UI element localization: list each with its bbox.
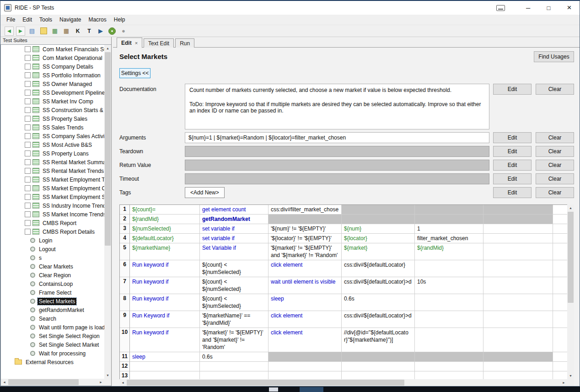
grid-cell[interactable]: get element count (200, 205, 269, 215)
suite-checkbox[interactable] (25, 98, 31, 104)
grid-cell[interactable]: click element (269, 260, 342, 277)
grid-cell[interactable] (342, 205, 415, 215)
tree-item-ss-rental-market-trends[interactable]: SS Rental Market Trends (1, 166, 104, 175)
grid-cell[interactable] (553, 294, 567, 311)
edit-tags-button[interactable]: Edit (493, 187, 532, 198)
clear-return-value-button[interactable]: Clear (536, 160, 574, 171)
touch-keyboard-icon[interactable] (496, 5, 505, 11)
grid-cell[interactable] (483, 311, 553, 328)
keyword-k-icon[interactable]: K (73, 27, 82, 36)
suite-checkbox[interactable] (25, 211, 31, 217)
grid-row-label[interactable]: 13 (120, 371, 130, 379)
tree-item-com-market-financials-su[interactable]: Com Market Financials Su (1, 45, 104, 54)
tab-close-icon[interactable]: × (135, 40, 138, 46)
tree-item-ss-sales-trends[interactable]: SS Sales Trends (1, 123, 104, 132)
tree-item-ss-industry-income-trend[interactable]: SS Industry Income Trend (1, 201, 104, 210)
grid-cell[interactable]: set variable if (200, 234, 269, 243)
scroll-right-arrow[interactable]: ► (560, 379, 567, 386)
grid-cell[interactable] (483, 215, 553, 224)
open-icon[interactable]: ▤ (27, 27, 37, 36)
grid-cell[interactable]: Run keyword if (130, 277, 200, 294)
scroll-left-arrow[interactable]: ◄ (1, 379, 8, 386)
close-button[interactable]: × (559, 1, 580, 15)
grid-cell[interactable]: Run keyword if (130, 328, 200, 352)
grid-add-icon[interactable]: ▦ (62, 27, 71, 36)
grid-cell[interactable] (415, 352, 483, 362)
edit-return-value-button[interactable]: Edit (493, 160, 532, 171)
suite-checkbox[interactable] (25, 142, 31, 148)
clear-documentation-button[interactable]: Clear (536, 84, 574, 95)
grid-cell[interactable] (483, 362, 553, 371)
tree-item-getrandommarket[interactable]: getRandomMarket (1, 306, 104, 314)
grid-cell[interactable]: //div[@id="${defaultLocator}"${marketNam… (342, 328, 415, 352)
clear-timeout-button[interactable]: Clear (536, 173, 574, 184)
tree-item-containsloop[interactable]: ContainsLoop (1, 279, 104, 288)
menu-help[interactable]: Help (110, 16, 129, 24)
tree-item-logout[interactable]: Logout (1, 245, 104, 253)
suite-checkbox[interactable] (25, 107, 31, 113)
grid-cell[interactable]: css:div#filter_market_chose (269, 205, 342, 215)
grid-cell[interactable]: 1 (415, 224, 483, 234)
arguments-value[interactable]: ${num}=1 | ${market}=Random | ${locator}… (185, 132, 489, 143)
grid-cell[interactable] (553, 277, 567, 294)
tree-item-cmbs-report-details[interactable]: CMBS Report Details (1, 227, 104, 236)
testcase-t-icon[interactable]: T (85, 27, 94, 36)
menu-file[interactable]: File (3, 16, 19, 24)
menu-edit[interactable]: Edit (19, 16, 36, 24)
minimize-button[interactable]: ─ (518, 1, 538, 15)
stop-icon[interactable]: ● (119, 27, 128, 36)
tree-item-external-resources[interactable]: External Resources (1, 358, 104, 366)
grid-cell[interactable] (200, 371, 269, 379)
grid-cell[interactable]: wait until element is visible (269, 277, 342, 294)
grid-row-label[interactable]: 1 (120, 205, 130, 215)
grid-cell[interactable] (483, 371, 553, 379)
scroll-right-arrow[interactable]: ► (97, 379, 104, 386)
grid-cell[interactable] (553, 234, 567, 243)
grid-cell[interactable] (553, 371, 567, 379)
grid-row-label[interactable]: 6 (120, 260, 130, 277)
tree-item-clear-markets[interactable]: Clear Markets (1, 262, 104, 271)
clear-teardown-button[interactable]: Clear (536, 146, 574, 157)
suite-checkbox[interactable] (25, 81, 31, 87)
grid-cell[interactable] (553, 224, 567, 234)
suite-checkbox[interactable] (25, 55, 31, 61)
grid-cell[interactable] (483, 243, 553, 260)
tree-item-ss-company-details[interactable]: SS Company Details (1, 62, 104, 71)
tree-item-cmbs-report[interactable]: CMBS Report (1, 219, 104, 227)
grid-cell[interactable] (269, 215, 342, 224)
clear-arguments-button[interactable]: Clear (536, 132, 574, 143)
grid-cell[interactable]: '${num}' != '${EMPTY}' (269, 224, 342, 234)
grid-cell[interactable]: getRandomMarket (200, 215, 269, 224)
maximize-button[interactable]: □ (538, 1, 559, 15)
grid-cell[interactable] (342, 352, 415, 362)
grid-cell[interactable] (415, 328, 483, 352)
edit-timeout-button[interactable]: Edit (493, 173, 532, 184)
tree-item-ss-market-employment-c[interactable]: SS Market Employment C (1, 184, 104, 193)
add-new-tag-button[interactable]: <Add New> (185, 187, 225, 198)
tree-item-ss-market-inv-comp[interactable]: SS Market Inv Comp (1, 97, 104, 106)
grid-cell[interactable]: '${marketName}' == '${randMid}' (200, 311, 269, 328)
grid-row-label[interactable]: 7 (120, 277, 130, 294)
grid-cell[interactable] (483, 352, 553, 362)
grid-cell[interactable]: css:div#${defaultLocator} (342, 260, 415, 277)
suite-checkbox[interactable] (25, 124, 31, 130)
suite-checkbox[interactable] (25, 72, 31, 78)
save-icon[interactable] (39, 27, 48, 36)
grid-cell[interactable]: '${market}' != '${EMPTY}' and '${market}… (269, 243, 342, 260)
grid-cell[interactable]: click element (269, 311, 342, 328)
grid-cell[interactable]: Run Keyword if (130, 311, 200, 328)
grid-row-label[interactable]: 2 (120, 215, 130, 224)
grid-cell[interactable] (269, 352, 342, 362)
grid-cell[interactable]: set variable if (200, 224, 269, 234)
tree-item-ss-market-employment-t[interactable]: SS Market Employment T (1, 175, 104, 184)
find-usages-button[interactable]: Find Usages (534, 51, 574, 62)
grid-cell[interactable] (483, 294, 553, 311)
grid-cell[interactable] (415, 205, 483, 215)
documentation-box[interactable]: Count number of markets currently select… (185, 84, 489, 129)
grid-cell[interactable]: filter_market_chosen (415, 234, 483, 243)
grid-cell[interactable] (415, 215, 483, 224)
tree-item-ss-most-active-b-s[interactable]: SS Most Active B&S (1, 140, 104, 149)
grid-report-icon[interactable]: ▦ (50, 27, 59, 36)
forward-icon[interactable]: ► (16, 27, 25, 36)
grid-cell[interactable]: ${randMid} (130, 215, 200, 224)
